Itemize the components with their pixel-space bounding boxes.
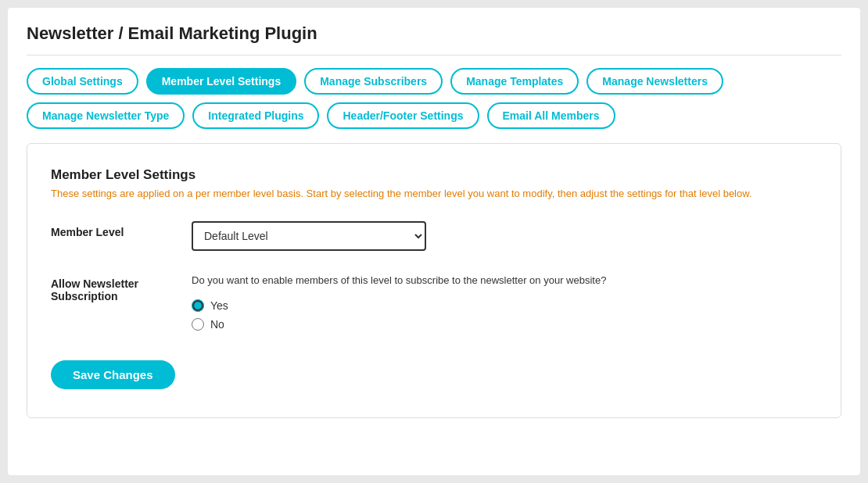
page-wrapper: Newsletter / Email Marketing Plugin Glob…	[8, 8, 860, 475]
subscription-row: Allow NewsletterSubscription Do you want…	[51, 273, 817, 331]
tabs-row-1: Global Settings Member Level Settings Ma…	[27, 68, 841, 95]
content-panel: Member Level Settings These settings are…	[27, 143, 841, 418]
radio-yes-input[interactable]	[192, 299, 204, 312]
tab-header-footer-settings[interactable]: Header/Footer Settings	[327, 102, 479, 129]
tab-global-settings[interactable]: Global Settings	[27, 68, 138, 95]
divider	[27, 55, 841, 55]
tab-email-all-members[interactable]: Email All Members	[487, 102, 615, 129]
member-level-control: Default Level Gold Level Silver Level Br…	[192, 221, 817, 251]
section-desc: These settings are applied on a per memb…	[51, 188, 817, 199]
tab-manage-subscribers[interactable]: Manage Subscribers	[304, 68, 443, 95]
tab-manage-newsletters[interactable]: Manage Newsletters	[586, 68, 723, 95]
member-level-row: Member Level Default Level Gold Level Si…	[51, 221, 817, 251]
section-title: Member Level Settings	[51, 167, 817, 183]
radio-group: Yes No	[192, 299, 817, 331]
subscription-control: Do you want to enable members of this le…	[192, 273, 817, 331]
radio-no-input[interactable]	[192, 318, 204, 331]
tab-manage-templates[interactable]: Manage Templates	[450, 68, 579, 95]
tab-manage-newsletter-type[interactable]: Manage Newsletter Type	[27, 102, 185, 129]
radio-no-text: No	[210, 318, 224, 331]
radio-no-label[interactable]: No	[192, 318, 817, 331]
member-level-select[interactable]: Default Level Gold Level Silver Level Br…	[192, 221, 426, 251]
subscription-label: Allow NewsletterSubscription	[51, 273, 192, 302]
member-level-label: Member Level	[51, 221, 192, 238]
tab-integrated-plugins[interactable]: Integrated Plugins	[192, 102, 319, 129]
radio-yes-label[interactable]: Yes	[192, 299, 817, 312]
tabs-row-2: Manage Newsletter Type Integrated Plugin…	[27, 102, 841, 129]
save-button[interactable]: Save Changes	[51, 360, 175, 389]
page-title: Newsletter / Email Marketing Plugin	[27, 23, 841, 44]
radio-yes-text: Yes	[210, 299, 228, 312]
tab-member-level-settings[interactable]: Member Level Settings	[146, 68, 297, 95]
subscription-desc: Do you want to enable members of this le…	[192, 273, 817, 288]
